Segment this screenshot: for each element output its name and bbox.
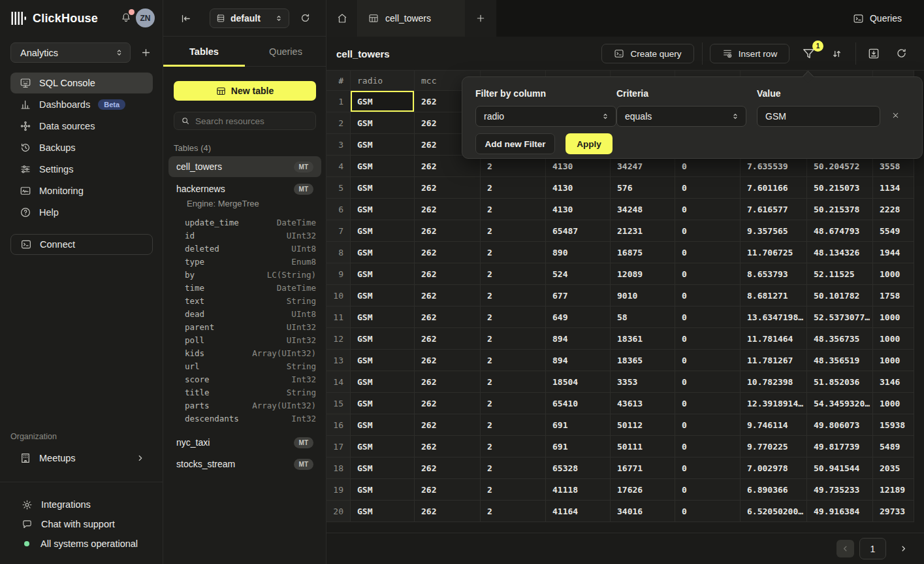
- cell[interactable]: GSM: [351, 479, 415, 501]
- filter-criteria-select[interactable]: equals: [616, 106, 746, 127]
- cell[interactable]: 262: [415, 220, 481, 242]
- column-header[interactable]: #: [327, 71, 351, 91]
- row-number[interactable]: 4: [327, 156, 351, 177]
- cell[interactable]: GSM: [351, 134, 415, 156]
- cell[interactable]: 4130: [546, 199, 611, 220]
- cell[interactable]: GSM: [351, 501, 415, 522]
- chat-support-link[interactable]: Chat with support: [22, 516, 115, 532]
- cell[interactable]: 262: [415, 328, 481, 350]
- cell[interactable]: 1000: [873, 328, 914, 350]
- cell[interactable]: 8.653793: [741, 263, 807, 285]
- row-number[interactable]: 18: [327, 457, 351, 479]
- cell[interactable]: 262: [415, 350, 481, 371]
- cell[interactable]: GSM: [351, 263, 415, 285]
- cell[interactable]: 2035: [873, 457, 914, 479]
- cell[interactable]: 49.806073: [807, 414, 873, 436]
- cell[interactable]: GSM: [351, 307, 415, 328]
- tab-cell-towers[interactable]: cell_towers: [358, 0, 465, 37]
- cell[interactable]: 41118: [546, 479, 611, 501]
- cell[interactable]: 12089: [611, 263, 675, 285]
- new-tab-button[interactable]: [465, 0, 496, 37]
- cell[interactable]: 1134: [873, 177, 914, 199]
- cell[interactable]: 48.674793: [807, 220, 873, 242]
- row-number[interactable]: 7: [327, 220, 351, 242]
- cell[interactable]: 7.002978: [741, 457, 807, 479]
- cell[interactable]: 2: [481, 307, 546, 328]
- sidebar-item-backups[interactable]: Backups: [10, 137, 153, 158]
- workspace-select[interactable]: Analytics: [10, 42, 131, 63]
- cell[interactable]: 7.601166: [741, 177, 807, 199]
- cell[interactable]: GSM: [351, 177, 415, 199]
- avatar[interactable]: ZN: [136, 8, 155, 27]
- cell[interactable]: 50.101782: [807, 285, 873, 307]
- cell[interactable]: 2228: [873, 199, 914, 220]
- cell[interactable]: 691: [546, 414, 611, 436]
- cell[interactable]: 65328: [546, 457, 611, 479]
- cell[interactable]: 65410: [546, 393, 611, 414]
- cell[interactable]: GSM: [351, 436, 415, 457]
- table-item-stocks-stream[interactable]: stocks_stream MT: [168, 454, 321, 474]
- filter-value-input[interactable]: [757, 106, 880, 127]
- cell[interactable]: 262: [415, 501, 481, 522]
- row-number[interactable]: 19: [327, 479, 351, 501]
- tab-queries[interactable]: Queries: [245, 37, 327, 66]
- cell[interactable]: 51.852036: [807, 371, 873, 393]
- cell[interactable]: 1000: [873, 393, 914, 414]
- cell[interactable]: 3353: [611, 371, 675, 393]
- row-number[interactable]: 16: [327, 414, 351, 436]
- cell[interactable]: 49.916384: [807, 501, 873, 522]
- cell[interactable]: 2: [481, 371, 546, 393]
- cell[interactable]: 11.781464: [741, 328, 807, 350]
- cell[interactable]: 0: [675, 307, 741, 328]
- filter-column-select[interactable]: radio: [475, 106, 616, 127]
- cell[interactable]: 5549: [873, 220, 914, 242]
- new-table-button[interactable]: New table: [174, 81, 316, 101]
- cell[interactable]: 691: [546, 436, 611, 457]
- table-item-cell-towers[interactable]: cell_towers MT: [168, 156, 321, 177]
- add-workspace-icon[interactable]: [140, 47, 151, 58]
- cell[interactable]: 4130: [546, 177, 611, 199]
- collapse-panel-icon[interactable]: [180, 13, 191, 24]
- cell[interactable]: 50112: [611, 414, 675, 436]
- cell[interactable]: 2: [481, 263, 546, 285]
- connect-button[interactable]: Connect: [10, 234, 153, 255]
- integrations-link[interactable]: Integrations: [22, 497, 91, 512]
- cell[interactable]: 677: [546, 285, 611, 307]
- cell[interactable]: 48.356735: [807, 328, 873, 350]
- cell[interactable]: 50.215073: [807, 177, 873, 199]
- cell[interactable]: GSM: [351, 91, 415, 112]
- cell[interactable]: 576: [611, 177, 675, 199]
- add-filter-button[interactable]: Add new Filter: [475, 133, 555, 154]
- database-select[interactable]: default: [210, 8, 289, 28]
- cell[interactable]: 65487: [546, 220, 611, 242]
- cell[interactable]: 9.770225: [741, 436, 807, 457]
- cell[interactable]: 58: [611, 307, 675, 328]
- cell[interactable]: 7.616577: [741, 199, 807, 220]
- system-status[interactable]: All systems operational: [22, 536, 138, 552]
- cell[interactable]: 0: [675, 479, 741, 501]
- sidebar-item-dashboards[interactable]: Dashboards Beta: [10, 94, 153, 115]
- cell[interactable]: 262: [415, 479, 481, 501]
- cell[interactable]: 12189: [873, 479, 914, 501]
- queries-button[interactable]: Queries: [853, 9, 902, 27]
- row-number[interactable]: 1: [327, 91, 351, 112]
- download-icon[interactable]: [867, 47, 880, 60]
- cell[interactable]: 0: [675, 263, 741, 285]
- cell[interactable]: 262: [415, 285, 481, 307]
- cell[interactable]: 262: [415, 436, 481, 457]
- cell[interactable]: 18365: [611, 350, 675, 371]
- cell[interactable]: GSM: [351, 199, 415, 220]
- cell[interactable]: 52.11525: [807, 263, 873, 285]
- cell[interactable]: 13.6347198…: [741, 307, 807, 328]
- cell[interactable]: 262: [415, 199, 481, 220]
- row-number[interactable]: 12: [327, 328, 351, 350]
- cell[interactable]: 262: [415, 177, 481, 199]
- row-number[interactable]: 11: [327, 307, 351, 328]
- cell[interactable]: 262: [415, 371, 481, 393]
- cell[interactable]: GSM: [351, 285, 415, 307]
- cell[interactable]: 0: [675, 242, 741, 263]
- home-tab[interactable]: [327, 0, 358, 37]
- tab-tables[interactable]: Tables: [163, 37, 245, 66]
- cell[interactable]: 0: [675, 177, 741, 199]
- cell[interactable]: GSM: [351, 414, 415, 436]
